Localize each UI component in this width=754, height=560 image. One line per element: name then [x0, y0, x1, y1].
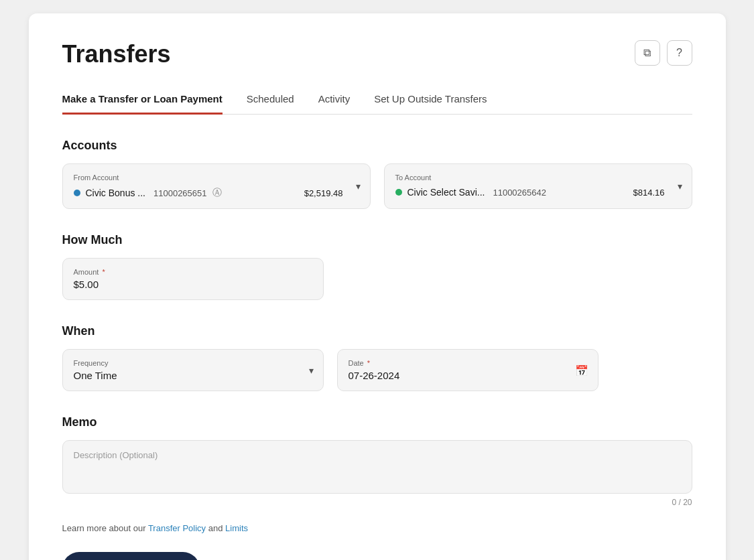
amount-field[interactable]: Amount * $5.00 [62, 258, 324, 300]
copy-icon-button[interactable]: ⧉ [635, 40, 660, 66]
help-icon-button[interactable]: ? [667, 40, 692, 66]
transfers-card: Transfers ⧉ ? Make a Transfer or Loan Pa… [29, 13, 726, 560]
to-account-chevron-icon: ▾ [678, 181, 682, 192]
protected-icon: Ⓐ [212, 187, 222, 199]
to-account-dot [395, 189, 402, 196]
header-icons: ⧉ ? [635, 40, 692, 66]
when-row: Frequency One Time ▾ Date * 07-26-2024 📅 [62, 349, 692, 391]
policy-text: Learn more about our Transfer Policy and… [62, 523, 692, 533]
frequency-label: Frequency [74, 359, 312, 367]
to-account-dropdown[interactable]: To Account Civic Select Savi... 11000265… [384, 163, 692, 209]
accounts-label: Accounts [62, 139, 692, 153]
accounts-section: Accounts From Account Civic Bonus ... 11… [62, 139, 692, 209]
page-title: Transfers [62, 40, 171, 68]
page-header: Transfers ⧉ ? [62, 40, 692, 68]
to-account-name: Civic Select Savi... [407, 187, 485, 198]
tab-activity[interactable]: Activity [318, 85, 351, 115]
from-account-number: 11000265651 [153, 188, 207, 198]
frequency-dropdown[interactable]: Frequency One Time ▾ [62, 349, 324, 391]
transfer-policy-link[interactable]: Transfer Policy [148, 523, 206, 533]
tab-outside-transfers[interactable]: Set Up Outside Transfers [374, 85, 487, 115]
from-account-chevron-icon: ▾ [356, 181, 361, 192]
copy-icon: ⧉ [643, 47, 651, 59]
amount-value: $5.00 [74, 279, 312, 290]
memo-counter: 0 / 20 [62, 498, 692, 507]
memo-section: Memo Description (Optional) 0 / 20 [62, 415, 692, 507]
tab-bar: Make a Transfer or Loan Payment Schedule… [62, 84, 692, 115]
review-transfer-button[interactable]: Review Transfer [62, 552, 200, 560]
to-account-balance: $814.16 [633, 188, 665, 198]
to-account-number: 11000265642 [493, 188, 546, 198]
tab-make-transfer[interactable]: Make a Transfer or Loan Payment [62, 85, 223, 115]
calendar-icon: 📅 [575, 364, 588, 376]
tab-scheduled[interactable]: Scheduled [247, 85, 294, 115]
when-section: When Frequency One Time ▾ Date * 07-26-2… [62, 324, 692, 391]
from-account-label: From Account [74, 173, 359, 182]
amount-required-marker: * [100, 268, 105, 276]
memo-placeholder: Description (Optional) [74, 450, 681, 460]
from-account-dropdown[interactable]: From Account Civic Bonus ... 11000265651… [62, 163, 371, 209]
from-account-name: Civic Bonus ... [86, 188, 145, 198]
date-field[interactable]: Date * 07-26-2024 📅 [337, 349, 599, 391]
memo-label: Memo [62, 415, 692, 429]
how-much-section: How Much Amount * $5.00 [62, 233, 692, 300]
date-required-marker: * [365, 359, 370, 367]
date-field-label: Date * [349, 359, 587, 367]
limits-link[interactable]: Limits [225, 523, 248, 533]
accounts-row: From Account Civic Bonus ... 11000265651… [62, 163, 692, 209]
memo-textarea[interactable]: Description (Optional) [62, 440, 692, 494]
to-account-content: Civic Select Savi... 11000265642 $814.16 [395, 187, 681, 198]
to-account-label: To Account [395, 173, 681, 182]
when-label: When [62, 324, 692, 338]
amount-field-label: Amount * [74, 268, 312, 276]
frequency-chevron-icon: ▾ [309, 365, 314, 376]
from-account-content: Civic Bonus ... 11000265651 Ⓐ $2,519.48 [74, 187, 359, 199]
how-much-label: How Much [62, 233, 692, 247]
from-account-dot [74, 190, 80, 196]
frequency-value: One Time [74, 370, 312, 381]
date-value: 07-26-2024 [349, 370, 587, 381]
help-icon: ? [676, 47, 682, 59]
from-account-balance: $2,519.48 [304, 188, 343, 198]
